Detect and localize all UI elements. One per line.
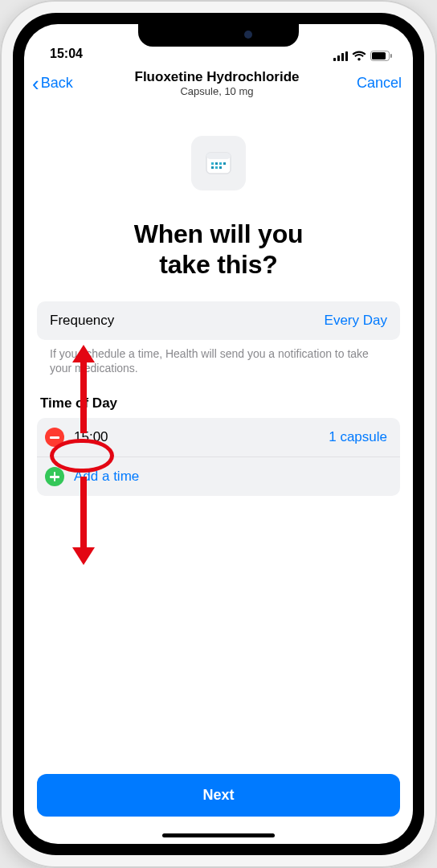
svg-rect-0 bbox=[333, 58, 336, 61]
content: When will you take this? Frequency Every… bbox=[24, 105, 413, 844]
svg-rect-6 bbox=[390, 54, 392, 58]
home-indicator[interactable] bbox=[162, 833, 275, 837]
wifi-icon bbox=[352, 51, 366, 61]
svg-rect-10 bbox=[215, 162, 218, 165]
notch bbox=[138, 23, 299, 47]
cancel-button[interactable]: Cancel bbox=[337, 75, 402, 92]
battery-icon bbox=[370, 51, 392, 61]
add-time-label: Add a time bbox=[74, 469, 139, 485]
back-button[interactable]: ‹ Back bbox=[32, 73, 96, 94]
add-time-icon bbox=[45, 467, 64, 486]
svg-rect-14 bbox=[215, 166, 218, 169]
svg-rect-3 bbox=[345, 51, 348, 61]
time-value[interactable]: 15:00 bbox=[74, 429, 108, 445]
svg-rect-15 bbox=[219, 166, 222, 169]
frequency-value: Every Day bbox=[325, 313, 387, 329]
time-row: 15:00 1 capsule bbox=[37, 418, 400, 457]
svg-rect-13 bbox=[211, 166, 214, 169]
chevron-left-icon: ‹ bbox=[32, 73, 39, 94]
nav-title-main: Fluoxetine Hydrochloride bbox=[96, 69, 337, 85]
bezel: 15:04 ‹ Back bbox=[13, 13, 424, 855]
svg-rect-1 bbox=[337, 55, 340, 61]
nav-title-sub: Capsule, 10 mg bbox=[96, 85, 337, 97]
phone-frame: 15:04 ‹ Back bbox=[0, 0, 437, 868]
back-label: Back bbox=[41, 75, 73, 92]
nav-title: Fluoxetine Hydrochloride Capsule, 10 mg bbox=[96, 69, 337, 97]
svg-rect-5 bbox=[372, 52, 386, 59]
frequency-row[interactable]: Frequency Every Day bbox=[37, 301, 400, 340]
remove-time-icon[interactable] bbox=[45, 428, 64, 447]
add-time-row[interactable]: Add a time bbox=[37, 457, 400, 496]
screen: 15:04 ‹ Back bbox=[24, 24, 413, 844]
status-time: 15:04 bbox=[50, 47, 83, 61]
svg-rect-2 bbox=[341, 53, 344, 61]
nav-bar: ‹ Back Fluoxetine Hydrochloride Capsule,… bbox=[24, 63, 413, 105]
svg-rect-12 bbox=[223, 162, 226, 165]
page-heading: When will you take this? bbox=[37, 219, 400, 280]
calendar-pill-icon bbox=[191, 136, 246, 190]
svg-rect-8 bbox=[206, 153, 231, 159]
frequency-label: Frequency bbox=[50, 313, 114, 329]
cellular-icon bbox=[333, 51, 348, 61]
frequency-card: Frequency Every Day bbox=[37, 301, 400, 340]
svg-rect-9 bbox=[211, 162, 214, 165]
dose-value[interactable]: 1 capsule bbox=[329, 429, 387, 445]
next-button[interactable]: Next bbox=[37, 774, 400, 817]
time-of-day-label: Time of Day bbox=[37, 376, 400, 418]
helper-text: If you schedule a time, Health will send… bbox=[37, 340, 400, 377]
time-card: 15:00 1 capsule Add a time bbox=[37, 418, 400, 496]
svg-rect-11 bbox=[219, 162, 222, 165]
